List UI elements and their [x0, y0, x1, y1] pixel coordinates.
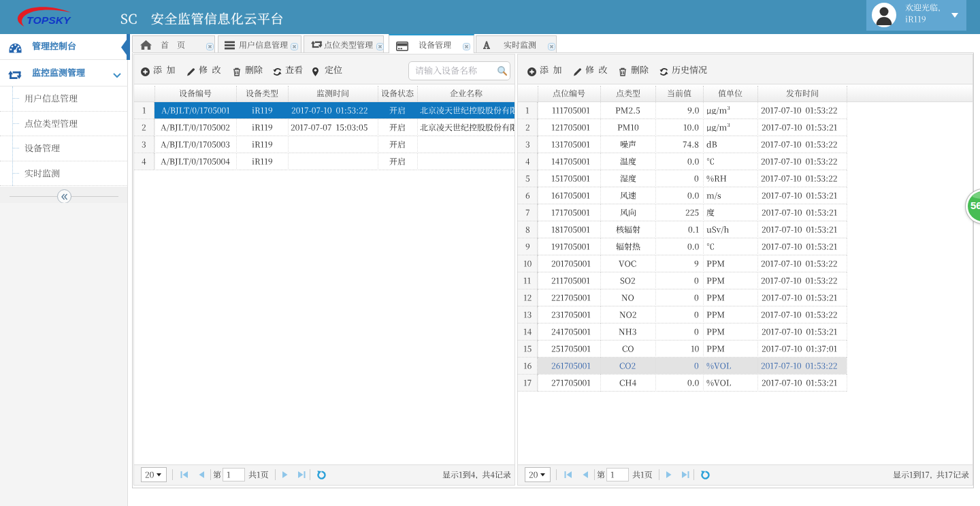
svg-text:56: 56 — [970, 200, 980, 211]
